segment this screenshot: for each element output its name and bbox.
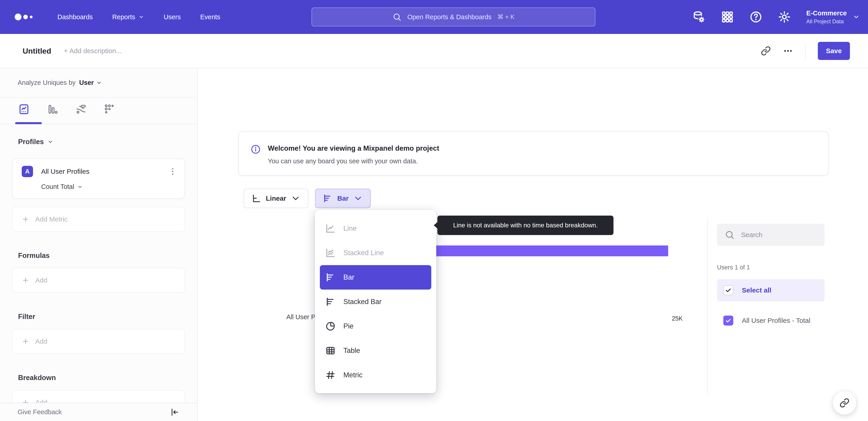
mixpanel-app: Dashboards Reports Users Events Open Rep… — [0, 0, 868, 421]
mixpanel-logo-icon[interactable] — [13, 11, 36, 23]
breakdown-section-heading: Breakdown — [12, 374, 185, 382]
metric-options-icon[interactable] — [168, 167, 177, 176]
nav-events[interactable]: Events — [200, 13, 220, 21]
top-nav: Dashboards Reports Users Events Open Rep… — [0, 0, 868, 34]
tab-funnels[interactable] — [46, 103, 58, 124]
dropdown-item-bar[interactable]: Bar — [320, 265, 431, 289]
legend-search-input[interactable]: Search — [717, 224, 825, 246]
share-link-fab[interactable] — [833, 391, 856, 415]
profiles-section-heading[interactable]: Profiles — [12, 138, 185, 146]
dropdown-item-metric[interactable]: Metric — [320, 363, 431, 387]
chevron-down-icon — [852, 13, 860, 21]
search-placeholder: Open Reports & Dashboards — [407, 13, 491, 21]
metric-card[interactable]: A All User Profiles Count Total — [12, 159, 185, 199]
line-disabled-tooltip: Line is not available with no time based… — [437, 216, 614, 235]
metric-badge: A — [22, 166, 33, 177]
dropdown-item-pie[interactable]: Pie — [320, 314, 431, 338]
metric-aggregation-selector[interactable]: Count Total — [41, 183, 83, 191]
report-type-tabs — [0, 97, 197, 124]
legend-count: Users 1 of 1 — [717, 264, 825, 271]
global-search-input[interactable]: Open Reports & Dashboards ⌘ + K — [311, 7, 595, 26]
info-icon — [251, 144, 260, 154]
save-button[interactable]: Save — [818, 42, 850, 60]
chevron-down-icon — [48, 139, 53, 145]
report-toolbar: Untitled + Add description... Save — [0, 34, 868, 68]
search-shortcut: ⌘ + K — [497, 13, 515, 21]
chart-type-dropdown: Line Stacked Line Bar Stacked Bar Pie Ta… — [315, 210, 436, 393]
chevron-down-icon — [353, 193, 363, 203]
add-filter-button[interactable]: Add — [12, 329, 185, 354]
select-all-row[interactable]: Select all — [717, 279, 825, 301]
project-scope: All Project Data — [806, 18, 844, 25]
select-all-checkbox[interactable] — [723, 285, 733, 295]
bar-value-label: 25K — [672, 315, 683, 322]
dropdown-item-stacked-bar[interactable]: Stacked Bar — [320, 289, 431, 314]
analyze-by-label: Analyze Uniques by — [18, 79, 75, 86]
apps-grid-icon[interactable] — [721, 10, 734, 24]
collapse-sidebar-icon[interactable] — [169, 407, 180, 417]
data-management-icon[interactable] — [692, 10, 706, 24]
chevron-down-icon — [291, 193, 301, 203]
formulas-section-heading: Formulas — [12, 252, 185, 260]
sidebar-footer: Give Feedback — [0, 403, 197, 421]
nav-right-cluster: E-Commerce All Project Data — [692, 0, 860, 34]
search-icon — [393, 12, 401, 22]
dropdown-item-line: Line — [320, 216, 431, 241]
analyze-by-selector[interactable]: User — [79, 79, 102, 86]
report-title[interactable]: Untitled — [23, 47, 51, 55]
chevron-down-icon — [77, 184, 83, 190]
settings-gear-icon[interactable] — [778, 10, 791, 24]
legend-panel: Search Users 1 of 1 Select all All User … — [717, 224, 825, 332]
tab-flows[interactable] — [75, 103, 87, 124]
legend-item-label: All User Profiles - Total — [742, 317, 810, 325]
filter-section-heading: Filter — [12, 313, 185, 321]
project-switcher[interactable]: E-Commerce All Project Data — [806, 9, 860, 25]
select-all-label: Select all — [742, 286, 771, 294]
banner-subtitle: You can use any board you see with your … — [268, 158, 439, 165]
chart-type-selector-button[interactable]: Bar — [315, 189, 371, 208]
dropdown-item-stacked-line: Stacked Line — [320, 241, 431, 265]
dropdown-item-table[interactable]: Table — [320, 338, 431, 363]
chevron-down-icon — [138, 14, 144, 20]
help-icon[interactable] — [749, 10, 763, 24]
nav-reports[interactable]: Reports — [112, 13, 144, 21]
banner-title: Welcome! You are viewing a Mixpanel demo… — [268, 144, 439, 152]
legend-item-row[interactable]: All User Profiles - Total — [717, 309, 825, 332]
query-sidebar: Analyze Uniques by User — [0, 68, 197, 421]
demo-banner: Welcome! You are viewing a Mixpanel demo… — [239, 131, 829, 175]
give-feedback-link[interactable]: Give Feedback — [18, 408, 62, 416]
nav-dashboards[interactable]: Dashboards — [57, 13, 93, 21]
primary-nav: Dashboards Reports Users Events — [57, 13, 220, 21]
scale-selector-button[interactable]: Linear — [244, 189, 308, 208]
chevron-down-icon — [96, 80, 102, 86]
more-options-icon[interactable] — [783, 46, 793, 56]
copy-link-icon[interactable] — [761, 46, 771, 56]
metric-name[interactable]: All User Profiles — [41, 168, 89, 175]
legend-search-placeholder: Search — [741, 231, 763, 238]
report-canvas: Welcome! You are viewing a Mixpanel demo… — [198, 68, 868, 421]
add-formula-button[interactable]: Add — [12, 268, 185, 293]
add-description-button[interactable]: + Add description... — [64, 47, 122, 55]
project-name: E-Commerce — [806, 9, 847, 17]
add-metric-button[interactable]: Add Metric — [12, 207, 185, 232]
nav-users[interactable]: Users — [164, 13, 181, 21]
chart-controls: Linear Bar — [244, 189, 371, 208]
tab-retention[interactable] — [103, 103, 115, 124]
toolbar-divider — [805, 43, 806, 59]
legend-item-checkbox[interactable] — [723, 315, 733, 326]
analyze-by-row: Analyze Uniques by User — [0, 68, 197, 97]
legend-divider — [708, 218, 708, 395]
tab-insights[interactable] — [18, 103, 30, 124]
